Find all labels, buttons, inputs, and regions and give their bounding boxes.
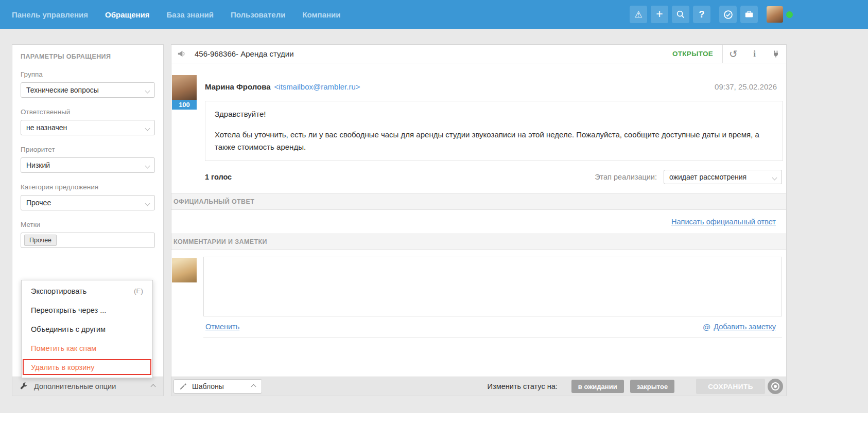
ticket-status-badge[interactable]: ОТКРЫТОЕ	[672, 50, 713, 58]
tags-input[interactable]: Прочее	[21, 233, 155, 248]
nav-item-tickets[interactable]: Обращения	[105, 10, 149, 19]
templates-label: Шаблоны	[192, 382, 224, 390]
priority-select-value: Низкий	[26, 161, 50, 169]
category-select-value: Прочее	[26, 199, 51, 207]
group-field-label: Группа	[21, 70, 155, 78]
nav-item-dashboard[interactable]: Панель управления	[12, 10, 88, 19]
comment-input[interactable]	[203, 257, 782, 316]
nav-item-users[interactable]: Пользователи	[231, 10, 285, 19]
status-actions: Изменить статус на: в ожидании закрытое …	[488, 379, 783, 394]
more-options-toggle[interactable]: Дополнительные опции	[12, 377, 163, 396]
message-greeting: Здравствуйте!	[215, 108, 773, 120]
field-group: Ответственный не назначен	[21, 108, 155, 135]
votes-count: 1 голос	[205, 173, 232, 181]
field-group: Категория предложения Прочее	[21, 183, 155, 210]
menu-item-label: Экспортировать	[31, 287, 86, 295]
menu-item-reopen-after[interactable]: Переоткрыть через ...	[22, 300, 152, 319]
chevron-up-icon	[251, 384, 256, 389]
comment-composer: Отменить @ Добавить заметку	[171, 250, 786, 338]
chevron-down-icon	[772, 175, 777, 180]
info-icon: i	[753, 49, 756, 59]
customer-message: 100 Марина Фролова <itsmailbox@rambler.r…	[171, 63, 786, 184]
megaphone-icon	[177, 49, 186, 59]
stage-select-value: ожидает рассмотрения	[669, 173, 747, 181]
tags-field-label: Метки	[21, 221, 155, 228]
save-button[interactable]: СОХРАНИТЬ	[696, 379, 765, 394]
help-button[interactable]: ?	[693, 6, 710, 23]
nav-item-knowledge-base[interactable]: База знаний	[167, 10, 214, 19]
search-button[interactable]	[672, 6, 689, 23]
message-timestamp: 09:37, 25.02.2026	[715, 82, 777, 91]
stage-row: Этап реализации: ожидает рассмотрения	[595, 170, 782, 184]
more-options-label: Дополнительные опции	[34, 382, 116, 390]
assignee-select[interactable]: не назначен	[21, 120, 155, 135]
ticket-title: 456-968366- Аренда студии	[195, 49, 294, 58]
menu-item-export[interactable]: Экспортировать (E)	[22, 281, 152, 300]
top-navigation: Панель управления Обращения База знаний …	[0, 0, 868, 29]
ticket-footer: Шаблоны Изменить статус на: в ожидании з…	[171, 377, 786, 396]
priority-select[interactable]: Низкий	[21, 157, 155, 173]
save-and-next-button[interactable]	[768, 379, 783, 394]
field-group: Группа Технические вопросы	[21, 70, 155, 98]
customer-rating-badge: 100	[172, 100, 197, 110]
assignee-field-label: Ответственный	[21, 108, 155, 116]
history-button[interactable]: ↺	[723, 45, 744, 63]
tasks-button[interactable]	[719, 6, 737, 23]
nav-item-companies[interactable]: Компании	[302, 10, 340, 19]
message-text: Хотела бы уточнить, есть ли у вас свобод…	[215, 129, 773, 153]
menu-item-mark-spam[interactable]: Пометить как спам	[22, 339, 152, 358]
templates-button[interactable]: Шаблоны	[173, 379, 262, 394]
status-closed-button[interactable]: закрытое	[630, 380, 674, 393]
organizations-button[interactable]	[740, 6, 758, 23]
tag-chip[interactable]: Прочее	[24, 235, 57, 246]
official-answer-header: ОФИЦИАЛЬНЫЙ ОТВЕТ	[171, 193, 786, 210]
field-group: Метки Прочее	[21, 221, 155, 248]
stage-select[interactable]: ожидает рассмотрения	[664, 170, 782, 184]
info-button[interactable]: i	[744, 45, 765, 63]
group-select[interactable]: Технические вопросы	[21, 82, 155, 98]
customer-email-link[interactable]: <itsmailbox@rambler.ru>	[274, 82, 360, 91]
user-avatar[interactable]	[767, 6, 783, 23]
target-icon	[771, 382, 779, 390]
alerts-button[interactable]: ⚠	[630, 6, 647, 23]
cancel-link[interactable]: Отменить	[205, 323, 239, 331]
shortcut-hint: (E)	[134, 287, 143, 295]
ticket-panel: 456-968366- Аренда студии ОТКРЫТОЕ ↺ i 1…	[171, 44, 787, 396]
chevron-down-icon	[145, 201, 150, 206]
ticket-params-panel: ПАРАМЕТРЫ ОБРАЩЕНИЯ Группа Технические в…	[12, 44, 164, 396]
status-pending-button[interactable]: в ожидании	[571, 380, 624, 393]
customer-name: Марина Фролова	[205, 82, 271, 91]
nav-menu: Панель управления Обращения База знаний …	[0, 10, 341, 19]
question-icon: ?	[699, 9, 705, 20]
field-group: Приоритет Низкий	[21, 146, 155, 173]
customer-avatar	[172, 75, 197, 100]
add-note-link[interactable]: Добавить заметку	[714, 323, 776, 331]
votes-row: 1 голос Этап реализации: ожидает рассмот…	[205, 170, 782, 184]
menu-item-merge[interactable]: Объединить с другим	[22, 319, 152, 339]
write-official-answer-link[interactable]: Написать официальный ответ	[671, 218, 776, 226]
agent-avatar	[172, 258, 197, 282]
add-button[interactable]: +	[651, 6, 668, 23]
category-select[interactable]: Прочее	[21, 195, 155, 210]
plus-icon: +	[656, 7, 663, 21]
ticket-header: 456-968366- Аренда студии ОТКРЫТОЕ ↺ i	[171, 45, 786, 63]
menu-item-label: Удалить в корзину	[31, 363, 95, 371]
check-circle-icon	[723, 10, 733, 20]
ticket-header-actions: ОТКРЫТОЕ ↺ i	[672, 45, 786, 63]
chevron-up-icon	[151, 384, 156, 389]
chevron-down-icon	[145, 164, 150, 169]
integrations-button[interactable]	[765, 45, 786, 63]
params-panel-title: ПАРАМЕТРЫ ОБРАЩЕНИЯ	[12, 45, 163, 60]
chevron-down-icon	[145, 126, 150, 131]
comments-header: КОММЕНТАРИИ И ЗАМЕТКИ	[171, 234, 786, 250]
menu-item-label: Пометить как спам	[31, 344, 96, 352]
nav-toolbar: ⚠ + ?	[630, 6, 793, 23]
composer-actions: Отменить @ Добавить заметку	[203, 316, 782, 338]
wrench-icon	[20, 382, 28, 391]
menu-item-delete-to-trash[interactable]: Удалить в корзину	[22, 358, 152, 377]
priority-field-label: Приоритет	[21, 146, 155, 153]
online-status-dot	[786, 11, 793, 18]
add-note-action[interactable]: @ Добавить заметку	[703, 323, 776, 331]
chevron-down-icon	[145, 88, 150, 94]
assignee-select-value: не назначен	[26, 123, 67, 132]
